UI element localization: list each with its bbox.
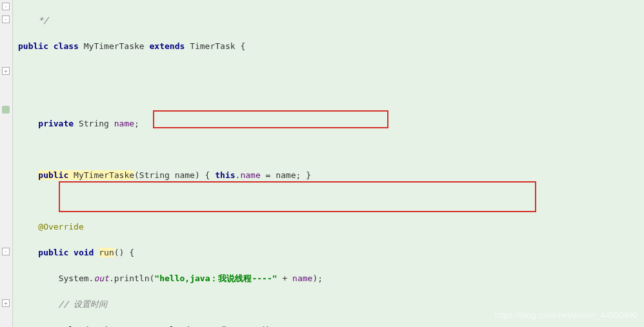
comment: // 设置时间 <box>18 299 107 309</box>
brace: { <box>236 41 246 51</box>
code-line <box>18 143 644 156</box>
fold-icon[interactable]: - <box>2 3 10 10</box>
code-line: Calendar instance = Calendar.getInstance… <box>18 324 644 327</box>
fold-icon[interactable]: - <box>2 15 10 23</box>
code-line: System.out.println("hello,java：我说线程----"… <box>18 272 644 285</box>
fold-icon[interactable]: + <box>2 299 10 307</box>
code-line <box>18 66 644 79</box>
kw: void <box>74 248 99 257</box>
fold-icon[interactable]: + <box>2 67 10 75</box>
code-line: // 设置时间 <box>18 298 644 311</box>
string: "hello,java：我说线程----" <box>154 273 277 283</box>
semi: ; <box>134 119 139 128</box>
code-editor[interactable]: */ public class MyTimerTaske extends Tim… <box>13 0 644 327</box>
out: out <box>94 273 108 283</box>
rest: () { <box>114 248 134 257</box>
assign: = name; } <box>261 170 311 180</box>
params: (String name) { <box>134 170 215 180</box>
method-name: run <box>99 248 114 257</box>
close: ); <box>312 273 323 283</box>
code-line: public void run() { <box>18 246 644 259</box>
kw: public <box>38 170 74 180</box>
code-line: private String name; <box>18 117 644 130</box>
call: .println <box>109 273 150 283</box>
kw: public class <box>18 41 84 51</box>
editor-gutter: - - + - + <box>0 0 13 327</box>
kw: private <box>38 119 79 128</box>
code-line <box>18 92 644 104</box>
type: String <box>79 119 114 128</box>
code-line: */ <box>18 14 644 27</box>
fold-icon[interactable]: - <box>2 248 10 255</box>
kw: this <box>215 170 235 180</box>
kw: extends <box>145 41 190 51</box>
annotation: @Override <box>38 222 83 232</box>
indent <box>18 273 59 283</box>
supertype: TimerTask <box>190 41 235 51</box>
sys: System. <box>59 273 94 283</box>
code-line: public MyTimerTaske(String name) { this.… <box>18 169 644 182</box>
field: name <box>292 273 312 283</box>
ctor-name: MyTimerTaske <box>74 170 134 180</box>
comment: */ <box>38 15 48 25</box>
span <box>18 15 38 25</box>
code-line: @Override <box>18 221 644 233</box>
kw: public <box>38 248 74 257</box>
plus: + <box>277 273 292 283</box>
code-line: public class MyTimerTaske extends TimerT… <box>18 40 644 53</box>
class-name: MyTimerTaske <box>84 41 145 51</box>
field: name <box>240 170 260 180</box>
field: name <box>114 119 134 128</box>
override-icon[interactable] <box>2 106 10 114</box>
code-line <box>18 195 644 208</box>
